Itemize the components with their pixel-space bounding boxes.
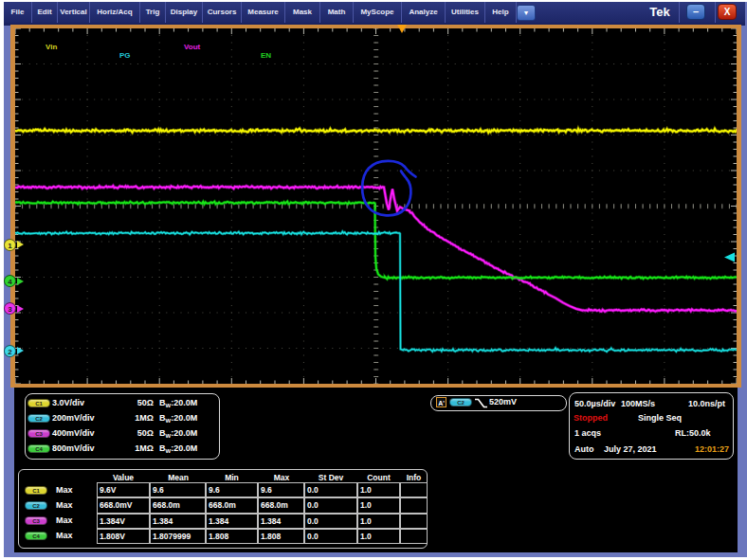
svg-text:EN: EN — [261, 50, 271, 59]
svg-text:Vout: Vout — [184, 42, 201, 50]
svg-text:Vin: Vin — [46, 42, 57, 50]
svg-text:PG: PG — [119, 50, 131, 59]
